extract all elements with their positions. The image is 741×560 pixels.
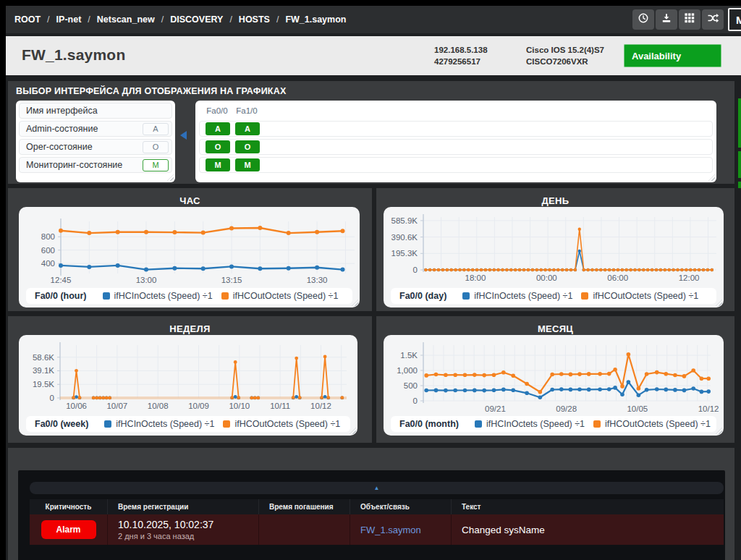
chart-widget-week: НЕДЕЛЯ019.5K39.1K58.6K10/0610/0710/0810/… bbox=[8, 316, 372, 443]
svg-text:390.6K: 390.6K bbox=[391, 233, 418, 242]
svg-text:10/12: 10/12 bbox=[698, 404, 719, 413]
alarm-object-link[interactable]: FW_1.saymon bbox=[360, 525, 451, 535]
breadcrumb-item-netscan-new[interactable]: Netscan_new bbox=[97, 14, 155, 25]
legend-item[interactable]: ifHCOutOctets (Speed) ÷1 bbox=[221, 291, 339, 301]
alarm-severity-cell: Alarm bbox=[30, 514, 107, 545]
state-badge[interactable]: A bbox=[206, 122, 230, 135]
legend-series-name: ifHCInOctets (Speed) ÷1 bbox=[114, 291, 213, 301]
apps-button[interactable] bbox=[679, 9, 700, 30]
chart-title: ДЕНЬ bbox=[376, 195, 734, 206]
legend-item[interactable]: ifHCOutOctets (Speed) ÷1 bbox=[581, 291, 698, 301]
legend-series-name: ifHCOutOctets (Speed) ÷1 bbox=[605, 419, 711, 429]
state-badge[interactable]: M bbox=[235, 158, 260, 171]
collapse-up-icon: ▲ bbox=[374, 485, 380, 491]
svg-text:58.6K: 58.6K bbox=[33, 353, 54, 362]
interface-legend-badge: A bbox=[143, 123, 169, 135]
interface-section-title: ВЫБОР ИНТЕРФЕЙСА ДЛЯ ОТОБРАЖЕНИЯ НА ГРАФ… bbox=[16, 86, 286, 96]
alarm-table: КритичностьВремя регистрацииВремя погаше… bbox=[30, 499, 724, 545]
legend-item[interactable]: ifHCInOctets (Speed) ÷1 bbox=[103, 291, 213, 301]
alarm-text-cell: Changed sysName bbox=[451, 514, 724, 545]
state-badge[interactable]: M bbox=[206, 158, 230, 171]
alarm-cleared-cell bbox=[258, 514, 350, 545]
resize-handle[interactable] bbox=[708, 174, 715, 181]
alarm-console-panel: ▲ КритичностьВремя регистрацииВремя пога… bbox=[18, 470, 725, 560]
breadcrumb-item-hosts[interactable]: HOSTS bbox=[239, 14, 270, 25]
interface-link-fa0-0[interactable]: Fa0/0 bbox=[205, 106, 229, 115]
interface-legend-badge: M bbox=[143, 159, 169, 171]
interface-names-row: Fa0/0Fa1/0 bbox=[199, 103, 713, 119]
interface-legend-label: Имя интерфейса bbox=[26, 106, 98, 116]
interface-legend-label: Мониторинг-состояние bbox=[26, 160, 122, 170]
legend-color-swatch bbox=[581, 292, 588, 300]
state-badge[interactable]: O bbox=[206, 140, 230, 153]
interface-legend-label: Oper-состояние bbox=[26, 142, 93, 152]
state-badge[interactable]: O bbox=[235, 140, 260, 153]
m-button[interactable]: M bbox=[728, 8, 741, 31]
resize-handle[interactable] bbox=[716, 300, 722, 306]
breadcrumb-item-root[interactable]: ROOT bbox=[14, 14, 41, 25]
breadcrumb-separator: / bbox=[161, 14, 164, 25]
collapse-arrow-icon[interactable] bbox=[180, 131, 187, 140]
resize-handle[interactable] bbox=[167, 174, 174, 181]
svg-text:0: 0 bbox=[50, 394, 54, 402]
legend-metric-label: Fa0/0 (month) bbox=[399, 419, 459, 429]
download-button[interactable] bbox=[656, 9, 677, 30]
svg-text:10/08: 10/08 bbox=[148, 402, 169, 410]
alarm-text: Changed sysName bbox=[462, 525, 724, 535]
svg-text:585.9K: 585.9K bbox=[391, 216, 418, 225]
clock-icon bbox=[638, 12, 649, 27]
interface-selection-widget: ВЫБОР ИНТЕРФЕЙСА ДЛЯ ОТОБРАЖЕНИЯ НА ГРАФ… bbox=[8, 81, 734, 184]
svg-text:195.3K: 195.3K bbox=[391, 249, 418, 258]
alarm-table-body: Alarm10.10.2025, 10:02:372 дня и 3 часа … bbox=[30, 514, 724, 545]
availability-button[interactable]: Availability bbox=[624, 44, 721, 67]
interface-legend-row: Имя интерфейса bbox=[19, 103, 172, 119]
interface-link-fa1-0[interactable]: Fa1/0 bbox=[234, 106, 259, 115]
history-button[interactable] bbox=[632, 9, 654, 30]
interface-legend-row: Admin-состояниеA bbox=[19, 121, 172, 137]
legend-item[interactable]: ifHCOutOctets (Speed) ÷1 bbox=[593, 419, 711, 429]
legend-item[interactable]: ifHCInOctets (Speed) ÷1 bbox=[475, 419, 585, 429]
svg-text:500: 500 bbox=[404, 381, 418, 390]
breadcrumb-item-fw-1-saymon[interactable]: FW_1.saymon bbox=[285, 14, 346, 25]
svg-text:13:30: 13:30 bbox=[307, 276, 328, 284]
svg-text:10/11: 10/11 bbox=[270, 402, 290, 410]
severity-badge: Alarm bbox=[41, 520, 96, 539]
breadcrumb-separator: / bbox=[276, 14, 279, 25]
chart-panel: 0195.3K390.6K585.9K18:0000:0006:0012:00F… bbox=[384, 207, 724, 307]
svg-text:09/21: 09/21 bbox=[485, 404, 506, 413]
breadcrumb-item-discovery[interactable]: DISCOVERY bbox=[170, 14, 223, 25]
shuffle-button[interactable] bbox=[702, 9, 724, 30]
interface-state-row: OO bbox=[199, 139, 713, 155]
svg-text:1,000: 1,000 bbox=[397, 366, 418, 375]
svg-text:0: 0 bbox=[413, 396, 418, 405]
legend-color-swatch bbox=[475, 420, 482, 428]
resize-handle[interactable] bbox=[352, 300, 358, 306]
resize-handle[interactable] bbox=[350, 428, 356, 434]
registered-time: 10.10.2025, 10:02:37 bbox=[118, 519, 258, 531]
legend-series-name: ifHCOutOctets (Speed) ÷1 bbox=[233, 291, 339, 301]
top-nav-bar: ROOT/IP-net/Netscan_new/DISCOVERY/HOSTS/… bbox=[6, 6, 741, 33]
breadcrumb-separator: / bbox=[88, 14, 90, 25]
svg-text:800: 800 bbox=[41, 232, 55, 241]
legend-color-swatch bbox=[223, 420, 230, 428]
breadcrumb: ROOT/IP-net/Netscan_new/DISCOVERY/HOSTS/… bbox=[14, 6, 346, 33]
interface-states-panel: Fa0/0Fa1/0AAOOMM bbox=[195, 101, 716, 182]
alarm-row[interactable]: Alarm10.10.2025, 10:02:372 дня и 3 часа … bbox=[30, 514, 724, 545]
resize-handle[interactable] bbox=[716, 428, 722, 434]
alarm-collapse-bar[interactable]: ▲ bbox=[30, 482, 724, 494]
chart-plot: 05001,0001.5K09/2109/2810/0510/12 bbox=[384, 335, 724, 415]
edge-green-strip bbox=[738, 98, 741, 148]
chart-title: МЕСЯЦ bbox=[376, 323, 734, 334]
legend-series-name: ifHCInOctets (Speed) ÷1 bbox=[116, 419, 214, 429]
alarm-col-header: Время погашения bbox=[258, 499, 350, 514]
breadcrumb-item-ip-net[interactable]: IP-net bbox=[56, 14, 82, 25]
legend-item[interactable]: ifHCInOctets (Speed) ÷1 bbox=[462, 291, 572, 301]
legend-item[interactable]: ifHCOutOctets (Speed) ÷1 bbox=[223, 419, 340, 429]
state-badge[interactable]: A bbox=[235, 122, 260, 135]
alarm-table-header: КритичностьВремя регистрацииВремя погаше… bbox=[30, 499, 724, 514]
chart-widget-month: МЕСЯЦ05001,0001.5K09/2109/2810/0510/12Fa… bbox=[376, 316, 734, 443]
alarm-col-header: Критичность bbox=[30, 499, 107, 514]
svg-text:06:00: 06:00 bbox=[607, 273, 628, 282]
legend-item[interactable]: ifHCInOctets (Speed) ÷1 bbox=[104, 419, 214, 429]
host-ip: 192.168.5.138 bbox=[434, 44, 488, 56]
